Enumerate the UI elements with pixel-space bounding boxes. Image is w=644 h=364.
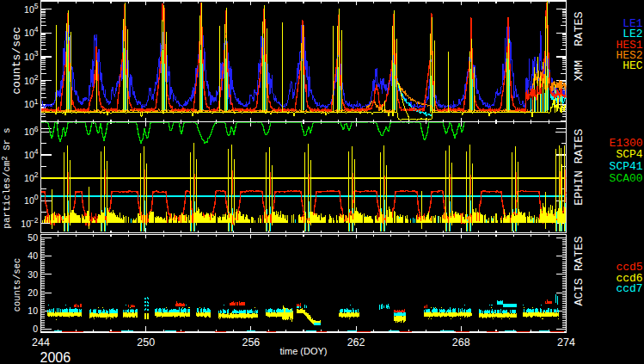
svg-text:10: 10 (24, 52, 34, 62)
svg-text:262: 262 (347, 336, 365, 349)
svg-text:256: 256 (242, 336, 260, 349)
svg-text:HEC: HEC (623, 59, 643, 72)
svg-text:10: 10 (24, 99, 34, 109)
svg-text:SCA00: SCA00 (610, 172, 643, 185)
svg-text:3: 3 (34, 49, 39, 58)
svg-text:10: 10 (21, 219, 31, 229)
svg-text:244: 244 (32, 336, 50, 349)
svg-text:40: 40 (28, 250, 38, 261)
svg-text:10: 10 (28, 305, 38, 316)
svg-text:ccd7: ccd7 (616, 282, 642, 295)
svg-text:5: 5 (34, 2, 39, 10)
svg-text:50: 50 (28, 232, 38, 243)
svg-text:particles/cm2 Sr s: particles/cm2 Sr s (1, 127, 12, 228)
svg-text:ACIS RATES: ACIS RATES (573, 236, 586, 305)
svg-text:0: 0 (34, 193, 39, 201)
svg-text:274: 274 (557, 336, 575, 349)
svg-text:268: 268 (452, 336, 470, 349)
svg-text:counts/sec: counts/sec (12, 258, 22, 312)
svg-text:counts/sec: counts/sec (10, 27, 23, 95)
svg-text:250: 250 (137, 336, 155, 349)
svg-text:−2: −2 (30, 216, 39, 225)
svg-text:2006: 2006 (40, 350, 71, 364)
svg-text:XMM RATES: XMM RATES (573, 11, 586, 81)
svg-text:4: 4 (34, 25, 39, 34)
svg-text:2: 2 (34, 73, 39, 82)
svg-text:0: 0 (33, 324, 38, 334)
svg-text:20: 20 (28, 287, 38, 298)
svg-text:EPHIN RATES: EPHIN RATES (573, 129, 586, 206)
svg-text:10: 10 (24, 173, 34, 183)
svg-text:30: 30 (28, 269, 38, 280)
svg-text:10: 10 (24, 4, 34, 15)
svg-text:4: 4 (34, 147, 39, 156)
svg-text:1: 1 (34, 97, 39, 106)
svg-text:2: 2 (34, 170, 39, 179)
svg-text:10: 10 (24, 28, 34, 38)
svg-text:10: 10 (24, 150, 34, 160)
svg-text:10: 10 (24, 126, 34, 137)
svg-text:10: 10 (24, 76, 34, 86)
svg-text:10: 10 (24, 195, 34, 206)
svg-text:time (DOY): time (DOY) (280, 346, 328, 356)
svg-text:6: 6 (34, 125, 39, 133)
